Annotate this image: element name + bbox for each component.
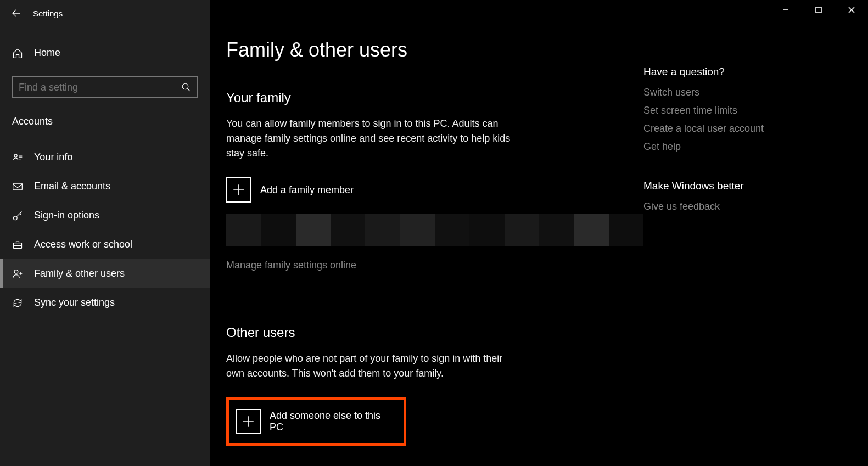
sidebar-item-label: Family & other users xyxy=(34,268,125,279)
person-card-icon xyxy=(12,152,23,163)
minimize-button[interactable] xyxy=(769,0,802,20)
family-member-entry[interactable] xyxy=(226,214,643,246)
category-label: Accounts xyxy=(12,116,198,127)
help-link-screen-time[interactable]: Set screen time limits xyxy=(643,105,830,116)
sidebar: Settings Home Accounts Your info Email &… xyxy=(0,0,210,466)
family-icon xyxy=(12,268,23,279)
help-link-get-help[interactable]: Get help xyxy=(643,141,830,153)
window-controls xyxy=(769,0,868,20)
sidebar-item-label: Sync your settings xyxy=(34,297,115,308)
plus-icon xyxy=(236,409,261,434)
window-title: Settings xyxy=(33,9,63,18)
help-panel: Have a question? Switch users Set screen… xyxy=(643,38,830,466)
sidebar-item-label: Email & accounts xyxy=(34,181,110,192)
sidebar-item-label: Your info xyxy=(34,151,72,163)
svg-point-5 xyxy=(14,270,18,273)
home-label: Home xyxy=(34,47,60,59)
add-someone-button[interactable]: Add someone else to this PC xyxy=(236,409,397,434)
your-family-desc: You can allow family members to sign in … xyxy=(226,116,512,161)
other-users-section: Other users Allow people who are not par… xyxy=(226,325,643,446)
sidebar-item-label: Sign-in options xyxy=(34,210,99,221)
add-someone-highlight: Add someone else to this PC xyxy=(226,397,406,446)
page-title: Family & other users xyxy=(226,38,643,61)
manage-family-link[interactable]: Manage family settings online xyxy=(226,260,356,271)
search-box[interactable] xyxy=(12,76,198,98)
search-input[interactable] xyxy=(19,82,181,93)
other-users-heading: Other users xyxy=(226,325,643,340)
back-button[interactable] xyxy=(10,8,21,19)
home-icon xyxy=(12,48,23,59)
svg-point-1 xyxy=(14,154,17,157)
sync-icon xyxy=(12,297,23,308)
close-button[interactable] xyxy=(835,0,868,20)
feedback-link[interactable]: Give us feedback xyxy=(643,201,830,212)
plus-icon xyxy=(226,177,251,203)
home-nav[interactable]: Home xyxy=(0,40,210,66)
key-icon xyxy=(12,210,23,221)
nav-list: Your info Email & accounts Sign-in optio… xyxy=(0,143,210,317)
sidebar-item-work[interactable]: Access work or school xyxy=(0,230,210,259)
add-family-label: Add a family member xyxy=(260,184,354,196)
sidebar-item-email[interactable]: Email & accounts xyxy=(0,172,210,201)
add-family-member-button[interactable]: Add a family member xyxy=(226,177,643,203)
other-users-desc: Allow people who are not part of your fa… xyxy=(226,351,512,381)
sidebar-item-sync[interactable]: Sync your settings xyxy=(0,288,210,317)
sidebar-item-label: Access work or school xyxy=(34,239,132,250)
svg-point-0 xyxy=(182,83,188,89)
sidebar-item-family[interactable]: Family & other users xyxy=(0,259,210,288)
sidebar-item-your-info[interactable]: Your info xyxy=(0,143,210,172)
your-family-heading: Your family xyxy=(226,90,643,105)
feedback-heading: Make Windows better xyxy=(643,180,830,192)
maximize-button[interactable] xyxy=(802,0,835,20)
question-heading: Have a question? xyxy=(643,66,830,78)
sidebar-item-signin[interactable]: Sign-in options xyxy=(0,201,210,230)
briefcase-icon xyxy=(12,239,23,250)
svg-rect-6 xyxy=(816,7,821,13)
search-icon xyxy=(181,82,191,92)
help-link-switch-users[interactable]: Switch users xyxy=(643,87,830,98)
main-content: Family & other users Your family You can… xyxy=(210,0,868,466)
svg-rect-2 xyxy=(13,183,23,190)
help-link-local-account[interactable]: Create a local user account xyxy=(643,123,830,134)
add-someone-label: Add someone else to this PC xyxy=(270,410,397,433)
your-family-section: Your family You can allow family members… xyxy=(226,90,643,299)
email-icon xyxy=(12,181,23,192)
svg-point-3 xyxy=(14,216,18,220)
